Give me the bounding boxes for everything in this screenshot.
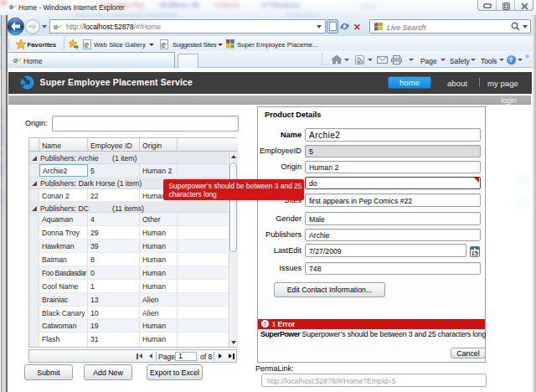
svg-text:e: e	[9, 3, 13, 11]
